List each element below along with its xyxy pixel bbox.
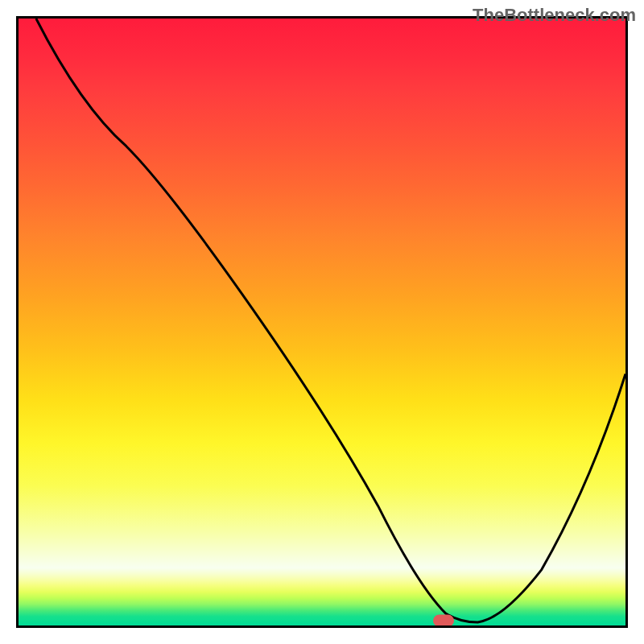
bottleneck-curve-path xyxy=(36,19,625,622)
plot-area xyxy=(16,16,628,628)
watermark-text: TheBottleneck.com xyxy=(473,5,636,26)
optimal-point-marker xyxy=(433,614,454,626)
curve-svg xyxy=(19,19,625,625)
chart-container: TheBottleneck.com xyxy=(0,0,644,644)
